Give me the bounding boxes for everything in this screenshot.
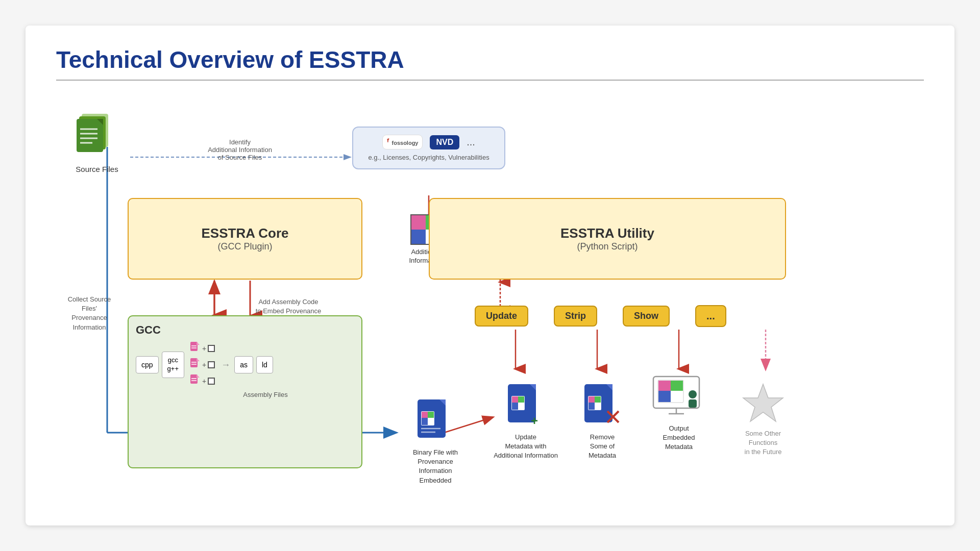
esstra-core-box: ESSTRA Core (GCC Plugin) bbox=[128, 198, 362, 280]
remove-metadata-icon-wrap bbox=[582, 382, 623, 430]
ext-tools-desc: e.g., Licenses, Copyrights, Vulnerabilit… bbox=[363, 154, 494, 161]
esstra-core-subtitle: (GCC Plugin) bbox=[217, 241, 272, 252]
ellipsis-badge: ... bbox=[467, 136, 475, 148]
output-metadata-group: OutputEmbeddedMetadata bbox=[641, 374, 717, 452]
output-metadata-icon bbox=[651, 374, 707, 420]
esstra-utility-title: ESSTRA Utility bbox=[560, 226, 654, 241]
strip-button[interactable]: Strip bbox=[554, 306, 597, 327]
binary-file-label: Binary File withProvenance InformationEm… bbox=[402, 448, 469, 485]
remove-metadata-label: RemoveSome ofMetadata bbox=[567, 433, 638, 461]
ld-box: ld bbox=[256, 356, 273, 373]
page-title: Technical Overview of ESSTRA bbox=[56, 46, 924, 73]
svg-text:Identify: Identify bbox=[229, 138, 251, 146]
future-functions-group: Some OtherFunctionsin the Future bbox=[725, 382, 801, 457]
source-files-icon bbox=[66, 111, 128, 163]
gcc-label: GCC bbox=[136, 323, 354, 337]
svg-rect-35 bbox=[190, 374, 198, 384]
ext-tools-icons: ᶠ fossology NVD ... bbox=[363, 135, 494, 149]
svg-rect-67 bbox=[658, 381, 671, 391]
future-functions-label: Some OtherFunctionsin the Future bbox=[725, 429, 801, 457]
assembly-files-col: + + + bbox=[189, 342, 215, 388]
esstra-utility-subtitle: (Python Script) bbox=[577, 241, 638, 252]
update-button[interactable]: Update bbox=[475, 306, 528, 327]
output-metadata-label: OutputEmbeddedMetadata bbox=[641, 424, 717, 452]
cpp-box: cpp bbox=[136, 356, 159, 373]
svg-rect-60 bbox=[595, 396, 601, 403]
svg-text:+: + bbox=[531, 414, 538, 428]
esstra-core-title: ESSTRA Core bbox=[202, 226, 289, 241]
external-tools-box: ᶠ fossology NVD ... e.g., Licenses, Copy… bbox=[352, 127, 505, 169]
svg-rect-42 bbox=[422, 412, 428, 418]
svg-rect-62 bbox=[595, 403, 601, 410]
svg-rect-70 bbox=[671, 391, 683, 402]
svg-rect-74 bbox=[689, 399, 697, 408]
svg-marker-75 bbox=[743, 384, 783, 421]
svg-rect-43 bbox=[428, 412, 434, 418]
svg-rect-59 bbox=[589, 396, 595, 403]
title-divider bbox=[56, 80, 924, 81]
gcc-box: GCC cpp gccg++ + + bbox=[128, 315, 362, 468]
svg-rect-31 bbox=[190, 358, 198, 367]
show-button[interactable]: Show bbox=[623, 306, 670, 327]
future-functions-icon bbox=[740, 382, 786, 425]
svg-rect-45 bbox=[428, 418, 434, 425]
svg-text:Additional Information: Additional Information bbox=[208, 146, 272, 154]
svg-marker-36 bbox=[197, 374, 200, 378]
remove-metadata-icon bbox=[582, 382, 623, 428]
svg-marker-32 bbox=[197, 358, 200, 361]
svg-rect-61 bbox=[589, 403, 595, 410]
svg-rect-68 bbox=[671, 381, 683, 391]
update-metadata-icon: + bbox=[505, 382, 546, 428]
svg-rect-69 bbox=[658, 391, 671, 402]
collect-provenance-annotation: Collect Source Files'Provenance Informat… bbox=[61, 295, 117, 332]
slide: Technical Overview of ESSTRA bbox=[26, 26, 954, 525]
diagram: Identify Additional Information of Sourc… bbox=[56, 96, 924, 524]
assembly-files-label: Assembly Files bbox=[177, 391, 354, 398]
svg-point-73 bbox=[689, 390, 697, 398]
as-box: as bbox=[234, 356, 253, 373]
svg-text:of Source Files: of Source Files bbox=[218, 154, 262, 161]
esstra-utility-box: ESSTRA Utility (Python Script) bbox=[429, 198, 786, 280]
svg-rect-27 bbox=[190, 342, 198, 351]
gcc-gpp-box: gccg++ bbox=[162, 352, 184, 378]
svg-rect-51 bbox=[512, 396, 518, 403]
more-button[interactable]: ... bbox=[695, 305, 726, 327]
update-metadata-group: + UpdateMetadata withAdditional Informat… bbox=[490, 382, 561, 461]
source-files-group: Source Files bbox=[66, 111, 128, 173]
source-files-label: Source Files bbox=[66, 165, 128, 173]
binary-file-group: Binary File withProvenance InformationEm… bbox=[402, 397, 469, 485]
binary-file-icon bbox=[415, 397, 456, 443]
fossology-badge: ᶠ fossology bbox=[382, 135, 423, 149]
svg-rect-54 bbox=[518, 403, 524, 410]
svg-rect-53 bbox=[512, 403, 518, 410]
update-metadata-label: UpdateMetadata withAdditional Informatio… bbox=[490, 433, 561, 461]
svg-rect-21 bbox=[77, 119, 103, 152]
svg-rect-44 bbox=[422, 418, 428, 425]
nvd-badge: NVD bbox=[430, 135, 459, 149]
svg-marker-28 bbox=[197, 342, 200, 345]
remove-metadata-group: RemoveSome ofMetadata bbox=[567, 382, 638, 461]
utility-buttons-row: Update Strip Show ... bbox=[475, 305, 726, 327]
svg-rect-52 bbox=[518, 396, 524, 403]
